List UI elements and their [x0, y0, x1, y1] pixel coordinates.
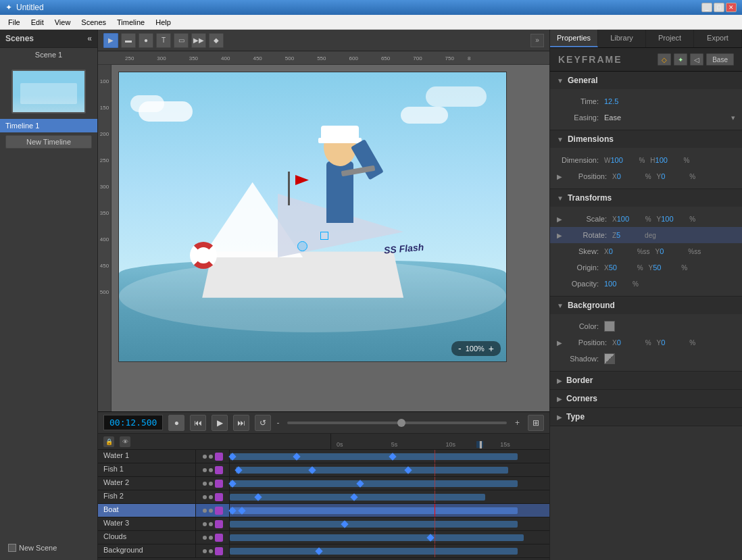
play-button[interactable]: ▶ — [212, 415, 228, 431]
go-end-button[interactable]: ⏭ — [233, 415, 249, 431]
track-color-swatch[interactable] — [215, 534, 223, 542]
keyframe-nav-btn[interactable]: ◁ — [690, 53, 703, 66]
scenes-collapse-icon[interactable]: « — [87, 34, 92, 43]
track-color-swatch[interactable] — [215, 493, 223, 501]
section-transforms: ▼ Transforms ▶ Scale: X 100 % Y 100 % ▶ … — [550, 189, 742, 297]
tab-properties[interactable]: Properties — [550, 30, 598, 47]
tool-rect[interactable]: ▬ — [121, 33, 136, 48]
track-color-swatch[interactable] — [215, 520, 223, 528]
h-label: H — [650, 157, 655, 164]
track-controls — [196, 504, 230, 517]
section-title: General — [568, 76, 598, 85]
tool-ellipse[interactable]: ● — [139, 33, 153, 48]
prop-bg-color: Color: — [550, 318, 742, 334]
prop-origin: Origin: X 50 % Y 50 % — [550, 259, 742, 276]
y-value: 0 — [661, 172, 688, 180]
track-dot2 — [209, 509, 213, 513]
tab-project[interactable]: Project — [646, 30, 694, 47]
panel-toggle[interactable]: » — [530, 34, 544, 47]
timeline-header: 🔒 👁 0s 5s 10s ▐ 15s — [98, 434, 549, 450]
minimize-button[interactable]: _ — [701, 3, 712, 12]
track-timeline[interactable] — [230, 490, 549, 503]
timeline-1-item[interactable]: Timeline 1 — [0, 119, 97, 132]
fit-button[interactable]: ⊞ — [528, 415, 544, 431]
track-timeline[interactable] — [230, 450, 549, 463]
new-timeline-button[interactable]: New Timeline — [5, 135, 92, 149]
section-background: ▼ Background Color: ▶ Position: X 0 % Y … — [550, 297, 742, 372]
menu-help[interactable]: Help — [150, 17, 176, 28]
canvas-wrapper[interactable]: SS Flash — [112, 65, 549, 411]
tool-image[interactable]: ▭ — [174, 33, 189, 48]
section-general: ▼ General Time: 12.5 Easing: Ease ▾ — [550, 72, 742, 130]
section-arrow: ▼ — [557, 302, 564, 309]
tool-shape[interactable]: ◆ — [209, 33, 224, 48]
section-type-header[interactable]: ▶ Type — [550, 408, 742, 426]
section-corners-header[interactable]: ▶ Corners — [550, 390, 742, 407]
tab-library[interactable]: Library — [598, 30, 646, 47]
ruler-left: 100 150 200 250 300 350 400 450 500 — [98, 65, 112, 411]
tool-select[interactable]: ▶ — [103, 33, 118, 48]
canvas: SS Flash — [118, 72, 507, 362]
prop-bg-position: ▶ Position: X 0 % Y 0 % — [550, 334, 742, 351]
track-controls — [196, 490, 230, 503]
track-timeline[interactable] — [230, 531, 549, 544]
menu-edit[interactable]: Edit — [26, 17, 49, 28]
prop-opacity: Opacity: 100 % — [550, 276, 742, 292]
section-general-header[interactable]: ▼ General — [550, 72, 742, 89]
canvas-container: 250 300 350 400 450 500 550 600 650 700 … — [98, 51, 549, 411]
shadow-swatch[interactable] — [604, 353, 615, 364]
track-label: Water 2 — [98, 477, 196, 490]
track-controls — [196, 477, 230, 490]
timeline-zoom-slider[interactable] — [287, 422, 507, 424]
expand-arrow[interactable]: ▶ — [557, 173, 562, 180]
expand-arrow[interactable]: ▶ — [557, 232, 562, 239]
slider-thumb[interactable] — [397, 419, 405, 427]
easing-dropdown-arrow[interactable]: ▾ — [731, 113, 735, 122]
menu-scenes[interactable]: Scenes — [76, 17, 112, 28]
section-dimensions-header[interactable]: ▼ Dimensions — [550, 130, 742, 148]
origin-label: Origin: — [557, 263, 604, 272]
section-background-header[interactable]: ▼ Background — [550, 297, 742, 314]
keyframe-add-btn[interactable]: ✦ — [674, 53, 687, 66]
section-type: ▶ Type — [550, 408, 742, 426]
expand-arrow[interactable]: ▶ — [557, 339, 562, 347]
close-button[interactable]: ✕ — [726, 3, 737, 12]
panel-tabs: Properties Library Project Export — [550, 30, 742, 48]
go-start-button[interactable]: ⏮ — [190, 415, 206, 431]
track-timeline[interactable] — [230, 544, 549, 557]
zoom-minus[interactable]: - — [458, 343, 462, 354]
track-color-swatch[interactable] — [215, 507, 223, 515]
new-scene-button[interactable]: New Scene — [5, 541, 92, 555]
titlebar-controls: _ □ ✕ — [701, 3, 737, 12]
track-timeline[interactable] — [230, 463, 549, 476]
tool-video[interactable]: ▶▶ — [191, 33, 206, 48]
tab-export[interactable]: Export — [694, 30, 742, 47]
plus-icon: + — [515, 418, 520, 428]
section-general-content: Time: 12.5 Easing: Ease ▾ — [550, 89, 742, 130]
section-border-header[interactable]: ▶ Border — [550, 372, 742, 389]
bg-color-label: Color: — [557, 322, 604, 330]
keyframe-diamond-btn[interactable]: ◇ — [658, 53, 671, 66]
track-timeline[interactable] — [230, 517, 549, 530]
track-timeline[interactable] — [230, 504, 549, 517]
track-color-swatch[interactable] — [215, 547, 223, 555]
menu-view[interactable]: View — [49, 17, 76, 28]
zoom-plus[interactable]: + — [489, 343, 494, 354]
keyframe-base-btn[interactable]: Base — [706, 53, 734, 66]
menu-file[interactable]: File — [3, 17, 26, 28]
menu-timeline[interactable]: Timeline — [112, 17, 150, 28]
bg-color-swatch[interactable] — [604, 321, 615, 332]
scenes-header: Scenes « — [0, 30, 97, 48]
expand-arrow[interactable]: ▶ — [557, 215, 562, 223]
maximize-button[interactable]: □ — [714, 3, 724, 12]
record-button[interactable]: ● — [168, 415, 184, 431]
tool-text[interactable]: T — [156, 33, 171, 48]
track-timeline[interactable] — [230, 477, 549, 490]
section-transforms-header[interactable]: ▼ Transforms — [550, 189, 742, 207]
track-color-swatch[interactable] — [215, 466, 223, 474]
loop-button[interactable]: ↺ — [255, 415, 271, 431]
track-color-swatch[interactable] — [215, 453, 223, 461]
track-color-swatch[interactable] — [215, 480, 223, 488]
scene-1-thumbnail[interactable] — [11, 70, 86, 113]
section-title: Type — [566, 412, 585, 422]
